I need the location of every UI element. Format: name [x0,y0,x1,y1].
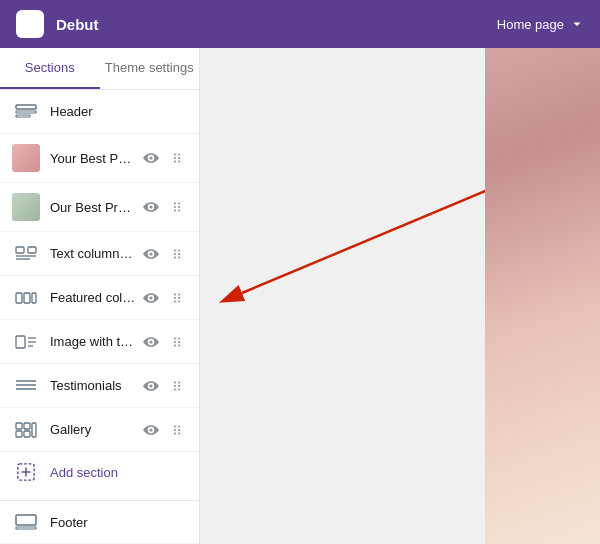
svg-point-32 [178,296,180,298]
image-text-icon [12,332,40,352]
svg-point-9 [174,202,176,204]
svg-rect-27 [32,293,36,303]
section-thumbnail [12,193,40,221]
svg-point-19 [174,249,176,251]
svg-point-3 [174,153,176,155]
svg-point-49 [174,388,176,390]
svg-point-58 [174,425,176,427]
section-item-text-columns[interactable]: Text columns with i... [0,232,199,276]
topbar: Debut Home page [0,0,600,48]
visibility-toggle[interactable] [141,197,161,217]
text-columns-icon [12,244,40,264]
gallery-icon [12,420,40,440]
visibility-toggle[interactable] [141,244,161,264]
svg-rect-34 [16,336,25,348]
svg-rect-56 [24,431,30,437]
svg-point-24 [178,256,180,258]
featured-collection-icon [12,288,40,308]
section-item-image-with-text[interactable]: Image with text ov... [0,320,199,364]
drag-handle[interactable] [167,148,187,168]
drag-handle[interactable] [167,244,187,264]
add-section-label: Add section [50,465,118,480]
svg-point-23 [178,252,180,254]
svg-point-40 [174,344,176,346]
footer-icon [12,512,40,532]
svg-point-21 [174,256,176,258]
svg-point-42 [178,340,180,342]
header-icon [12,102,40,122]
section-item-header[interactable]: Header [0,90,199,134]
add-section-button[interactable]: Add section [0,452,199,492]
svg-point-48 [174,384,176,386]
visibility-toggle[interactable] [141,288,161,308]
drag-handle[interactable] [167,420,187,440]
chevron-down-icon [570,17,584,31]
drag-handle[interactable] [167,332,187,352]
shopify-logo [16,10,44,38]
drag-handle[interactable] [167,197,187,217]
svg-rect-16 [28,247,36,253]
section-item-footer[interactable]: Footer [0,500,199,544]
svg-point-41 [178,337,180,339]
svg-point-6 [178,153,180,155]
testimonials-icon [12,376,40,396]
svg-point-7 [178,157,180,159]
svg-point-12 [178,202,180,204]
section-label: Footer [50,515,187,530]
svg-point-59 [174,428,176,430]
svg-point-8 [178,160,180,162]
svg-rect-54 [24,423,30,429]
visibility-toggle[interactable] [141,420,161,440]
svg-rect-68 [16,527,36,529]
svg-point-13 [178,206,180,208]
main-layout: Sections Theme settings Header Your Best… [0,48,600,544]
svg-point-33 [178,300,180,302]
sidebar-tabs: Sections Theme settings [0,48,199,90]
section-item-featured-collection[interactable]: Featured collection [0,276,199,320]
svg-rect-1 [16,111,36,113]
svg-rect-25 [16,293,22,303]
drag-handle[interactable] [167,288,187,308]
svg-point-5 [174,160,176,162]
section-item-our-best-product[interactable]: Our Best Product ... [0,183,199,232]
preview-image-panel [485,48,600,544]
svg-point-29 [174,296,176,298]
drag-handle[interactable] [167,376,187,396]
app-title: Debut [56,16,497,33]
section-actions [141,197,187,217]
svg-point-38 [174,337,176,339]
svg-point-22 [178,249,180,251]
sidebar: Sections Theme settings Header Your Best… [0,48,200,544]
visibility-toggle[interactable] [141,148,161,168]
page-selector[interactable]: Home page [497,17,584,32]
section-label: Image with text ov... [50,334,137,349]
section-label: Text columns with i... [50,246,137,261]
svg-point-4 [174,157,176,159]
section-label: Gallery [50,422,137,437]
section-actions [141,148,187,168]
section-label: Our Best Product ... [50,200,137,215]
svg-rect-55 [16,431,22,437]
svg-point-10 [174,206,176,208]
svg-rect-57 [32,423,36,437]
section-actions [141,288,187,308]
svg-point-39 [174,340,176,342]
tab-theme-settings[interactable]: Theme settings [100,48,200,89]
svg-point-51 [178,384,180,386]
svg-point-30 [174,300,176,302]
svg-point-28 [174,293,176,295]
svg-point-47 [174,381,176,383]
svg-rect-53 [16,423,22,429]
svg-point-50 [178,381,180,383]
section-actions [141,376,187,396]
svg-point-63 [178,432,180,434]
section-item-your-best-pet[interactable]: Your Best Pet Food... [0,134,199,183]
svg-rect-26 [24,293,30,303]
svg-rect-0 [16,105,36,109]
visibility-toggle[interactable] [141,376,161,396]
section-item-gallery[interactable]: Gallery [0,408,199,452]
tab-sections[interactable]: Sections [0,48,100,89]
page-label: Home page [497,17,564,32]
section-item-testimonials[interactable]: Testimonials [0,364,199,408]
visibility-toggle[interactable] [141,332,161,352]
